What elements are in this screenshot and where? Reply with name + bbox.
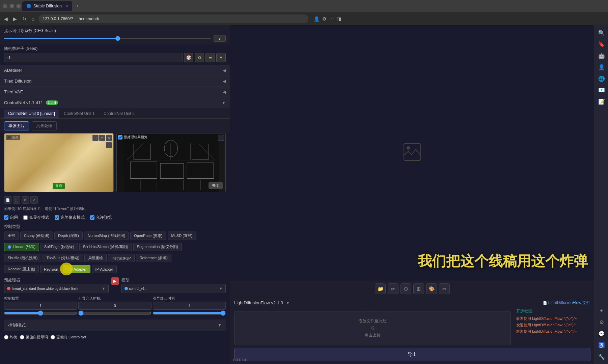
drop-zone[interactable]: 拖放文件至此处 - 或 - 点击上传 (234, 311, 511, 345)
seed-input[interactable] (4, 53, 183, 62)
small-btn-1[interactable]: 📄 (4, 196, 11, 204)
ctrl-segmentation[interactable]: Segmentation (语义分割) (133, 243, 182, 251)
side-add-icon[interactable]: + (597, 306, 606, 315)
sub-tab-batch[interactable]: 批量处理 (32, 121, 57, 130)
controlnet-checkbox-label[interactable]: 更偏向 ControlNet (51, 335, 86, 340)
guidance-start-input[interactable] (78, 302, 151, 310)
ctrl-recolor[interactable]: Recolor (重上色) (4, 265, 39, 273)
ctrl-ip-adapter[interactable]: IP-Adapter (92, 265, 117, 273)
small-btn-2[interactable]: ⬚ (13, 196, 20, 204)
tab-close-btn[interactable]: ✕ (65, 4, 68, 8)
ld-link-0[interactable]: 欢迎使用 LightDiffusionFlow! \(^o^)/~ (516, 316, 590, 321)
prompt-checkbox-label[interactable]: 更偏向提示词 (20, 335, 48, 340)
ctrl-t2i[interactable]: T2I-Adapter (63, 265, 90, 273)
ld-link-2[interactable]: 欢迎使用 LightDiffusionFlow! \(^o^)/~ (516, 329, 590, 334)
img-close-btn[interactable]: ✕ (106, 135, 112, 141)
preview-checkbox[interactable] (118, 135, 122, 140)
controlnet-arrow[interactable]: ▼ (222, 100, 226, 105)
ctrl-revision[interactable]: Revision (40, 265, 62, 273)
extensions-icon[interactable]: ⚙ (322, 16, 327, 22)
drop-upload[interactable]: 点击上传 (241, 332, 504, 338)
pixel-perfect-checkbox[interactable]: 完美像素模式 (55, 215, 85, 220)
low-vram-checkbox[interactable]: 低显存模式 (23, 215, 49, 220)
allow-preview-checkbox[interactable]: 允许预览 (90, 215, 112, 220)
controlnet-radio[interactable] (51, 335, 55, 339)
output-hex-btn[interactable]: ⬡ (400, 283, 411, 294)
side-feedback-icon[interactable]: 💬 (597, 329, 606, 338)
url-bar[interactable]: 127.0.0.1:7860/?__theme=dark (38, 14, 308, 23)
tiled-diffusion-section[interactable]: Tiled Diffusion ◀ (0, 76, 230, 87)
preprocessor-run-btn[interactable]: ▶ (111, 277, 119, 285)
output-scissors-btn[interactable]: ✂ (439, 283, 450, 294)
home-btn[interactable]: ⌂ (30, 15, 36, 23)
guidance-end-input[interactable] (153, 302, 226, 310)
ctrl-depth[interactable]: Depth (深度) (54, 232, 83, 240)
output-folder-btn[interactable]: 📁 (375, 283, 386, 294)
open-btn[interactable]: 开启 (53, 183, 65, 189)
ctrl-mlsd[interactable]: MLSD (直线) (168, 232, 196, 240)
tiled-vae-section[interactable]: Tiled VAE ◀ (0, 87, 230, 97)
ctrl-local-redraw[interactable]: 局部重绘 (84, 254, 107, 262)
side-accessibility-icon[interactable]: ♿ (597, 340, 606, 350)
model-checkbox-label[interactable]: 均衡 (4, 335, 17, 340)
ctrl-normalmap[interactable]: NormalMap (法线贴图) (84, 232, 129, 240)
weight-slider[interactable] (4, 310, 77, 316)
refresh-btn[interactable]: ↻ (21, 15, 28, 23)
output-edit-btn[interactable]: ✏ (388, 283, 398, 294)
export-btn[interactable]: 导出 (234, 348, 590, 361)
browser-maximize[interactable]: □ (9, 4, 14, 8)
more-icon[interactable]: ⋯ (329, 16, 334, 22)
ctrl-softedge[interactable]: SoftEdge (软边缘) (40, 243, 78, 251)
ld-dropdown-icon[interactable]: ▼ (286, 301, 290, 305)
output-grid-btn[interactable]: ⊞ (413, 283, 424, 294)
side-gear-icon[interactable]: 🔧 (597, 352, 606, 361)
tab-unit0[interactable]: ControlNet Unit 0 [Lineart] (4, 110, 59, 118)
back-btn[interactable]: ◀ (3, 15, 9, 23)
guidance-end-slider[interactable] (153, 310, 226, 316)
side-outlook-icon[interactable]: 📧 (597, 85, 606, 95)
ctrl-tile-blur[interactable]: Tile/Blur (分块/模糊) (43, 254, 83, 262)
sidebar-icon[interactable]: ◨ (337, 16, 341, 22)
small-btn-3[interactable]: ↺ (22, 196, 29, 204)
ld-link-1[interactable]: 欢迎使用 LightDiffusionFlow! \(^o^)/~ (516, 323, 590, 328)
guidance-start-slider[interactable] (78, 310, 151, 316)
active-tab[interactable]: 🔵 Stable Diffusion ✕ (22, 1, 72, 11)
profile-icon[interactable]: 👤 (314, 16, 320, 22)
img-zoom-btn[interactable]: ⬚ (92, 135, 99, 141)
prompt-radio[interactable] (20, 335, 24, 339)
ctrl-all[interactable]: 全部 (4, 232, 19, 240)
side-settings-icon[interactable]: ⚙ (597, 317, 606, 327)
img-down-btn[interactable]: ↓ (106, 142, 112, 148)
forward-btn[interactable]: ▶ (12, 15, 18, 23)
seed-dice-btn[interactable]: 🎲 (184, 53, 193, 62)
side-robot-icon[interactable]: 🤖 (597, 51, 606, 60)
ctrl-openpose[interactable]: OpenPose (姿态) (130, 232, 166, 240)
ctrl-canny[interactable]: Canny (硬边缘) (20, 232, 53, 240)
browser-close[interactable]: × (16, 4, 21, 8)
adetailer-section[interactable]: ADetailer ◀ (0, 65, 230, 76)
side-globe-icon[interactable]: 🌐 (597, 74, 606, 83)
ctrl-shuffle[interactable]: Shuffle (随机洗牌) (4, 254, 41, 262)
ctrl-instructp2p[interactable]: InstructP2P (108, 254, 135, 262)
cfg-scale-thumb[interactable] (115, 36, 120, 41)
ctrl-lineart[interactable]: Lineart (线稿) (4, 243, 39, 251)
new-tab[interactable]: + (74, 1, 81, 11)
close-preview-btn[interactable]: 关闭 (209, 182, 223, 189)
tab-unit1[interactable]: ControlNet Unit 1 (60, 110, 99, 118)
small-btn-4[interactable]: ⤢ (30, 196, 38, 204)
control-mode-section[interactable]: 控制模式 ▼ (4, 320, 226, 331)
ctrl-scribble[interactable]: Scribble/Sketch (涂鸦/草图) (79, 243, 132, 251)
tab-unit2[interactable]: ControlNet Unit 2 (100, 110, 139, 118)
ld-file-link[interactable]: 📄 LightDiffusionFlow 文件 (543, 300, 590, 306)
output-color-btn[interactable]: 🎨 (426, 283, 437, 294)
side-user-icon[interactable]: 👤 (597, 62, 606, 72)
browser-minimize[interactable]: ─ (3, 4, 7, 8)
seed-dropdown-btn[interactable]: ▼ (216, 53, 226, 62)
side-office-icon[interactable]: 📝 (597, 97, 606, 106)
cfg-scale-track[interactable] (4, 38, 211, 39)
side-bookmark-icon[interactable]: 🔖 (597, 39, 606, 49)
model-radio[interactable] (4, 335, 8, 339)
model-select[interactable]: control_v1... ▼ (121, 284, 226, 293)
seed-recycle-btn[interactable]: ♻ (195, 53, 204, 62)
enable-checkbox[interactable]: 启用 (4, 215, 18, 220)
